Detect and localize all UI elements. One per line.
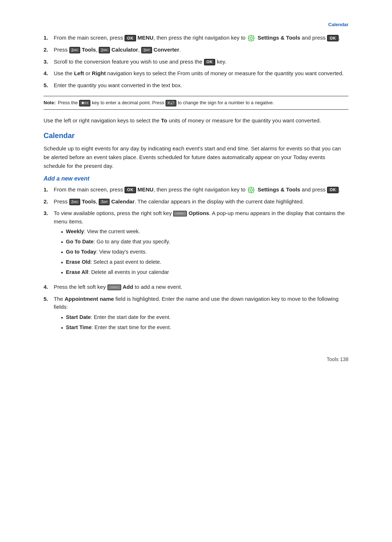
ok-button-icon: OK <box>124 35 136 41</box>
svg-point-0 <box>250 37 252 40</box>
bullet-erase-all: Erase All: Delete all events in your cal… <box>61 268 348 277</box>
note-text: Press the ✱++ key to enter a decimal poi… <box>58 99 274 106</box>
ok-btn-add1: OK <box>124 187 136 193</box>
add-step-3: To view available options, press the rig… <box>44 209 348 279</box>
add-step-5: The Appointment name field is highlighte… <box>44 295 348 335</box>
btn-3def-cal: 3def <box>99 199 110 205</box>
page-header: Calendar <box>44 22 348 27</box>
footer-text: Tools 138 <box>327 356 348 362</box>
add-step-4: Press the left soft key —— Add to add a … <box>44 283 348 291</box>
menu-label: MENU <box>138 35 154 41</box>
add-event-title: Add a new event <box>44 175 348 182</box>
star-key-icon: ✱++ <box>79 100 91 106</box>
page-footer: Tools 138 <box>44 356 348 362</box>
add-event-section: Add a new event From the main screen, pr… <box>44 175 348 335</box>
calendar-body: Schedule up to eight events for any day … <box>44 144 348 170</box>
svg-point-1 <box>248 35 254 41</box>
svg-point-2 <box>250 189 252 191</box>
gear-icon-add <box>247 186 255 194</box>
btn-2abc-calc: 2abc <box>99 47 110 53</box>
add-step-2: Press 2abc Tools, 3def Calendar. The cal… <box>44 198 348 206</box>
hash-key-icon: #🔊 <box>166 100 176 106</box>
note-label: Note: <box>44 99 56 106</box>
step-4: Use the Left or Right navigation keys to… <box>44 69 348 78</box>
settings-tools-label: Settings & Tools <box>258 35 300 41</box>
step-3: Scroll to the conversion feature you wis… <box>44 58 348 66</box>
bullet-goto-date: Go To Date: Go to any date that you spec… <box>61 238 348 247</box>
calendar-section: Calendar Schedule up to eight events for… <box>44 132 348 335</box>
header-title: Calendar <box>328 22 348 27</box>
gear-icon <box>247 34 255 42</box>
bullet-start-date: Start Date: Enter the start date for the… <box>61 314 348 322</box>
ok-button-icon3: OK <box>204 59 216 65</box>
note-box: Note: Press the ✱++ key to enter a decim… <box>44 96 348 110</box>
fields-list: Start Date: Enter the start date for the… <box>54 314 348 332</box>
btn-3def-conv: 3def <box>141 47 152 53</box>
step-2: Press 2abc Tools, 2abc Calculator, 3def … <box>44 46 348 54</box>
ok-button-icon2: OK <box>327 35 339 41</box>
svg-point-3 <box>248 187 254 193</box>
step-1: From the main screen, press OK MENU, the… <box>44 34 348 42</box>
step-5: Enter the quantity you want converted in… <box>44 81 348 90</box>
options-list: Weekly: View the current week. Go To Dat… <box>54 228 348 277</box>
bullet-goto-today: Go to Today: View today's events. <box>61 248 348 257</box>
add-softkey: —— <box>107 284 121 290</box>
calendar-title: Calendar <box>44 132 348 140</box>
btn-2abc-tools: 2abc <box>69 47 80 53</box>
btn-2abc-tools2: 2abc <box>69 199 80 205</box>
nav-text: Use the left or right navigation keys to… <box>44 116 348 125</box>
options-softkey: —— <box>173 211 187 217</box>
add-step-1: From the main screen, press OK MENU, the… <box>44 186 348 194</box>
ok-btn-add1b: OK <box>327 187 339 193</box>
top-steps: From the main screen, press OK MENU, the… <box>44 34 348 89</box>
bullet-erase-old: Erase Old: Select a past event to delete… <box>61 258 348 267</box>
add-event-steps: From the main screen, press OK MENU, the… <box>44 186 348 335</box>
bullet-weekly: Weekly: View the current week. <box>61 228 348 236</box>
bullet-start-time: Start Time: Enter the start time for the… <box>61 324 348 332</box>
